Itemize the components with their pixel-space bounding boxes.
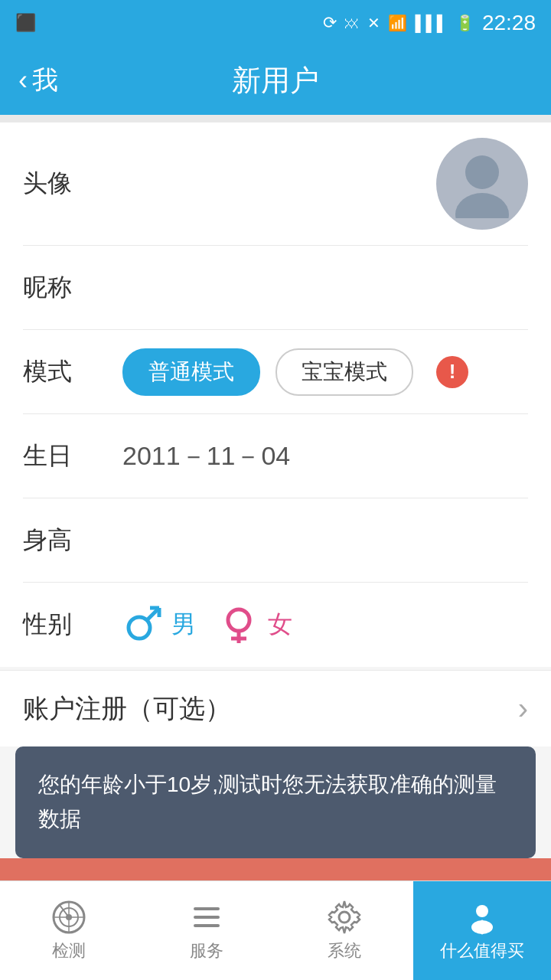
- avatar-label: 头像: [23, 167, 122, 201]
- battery-icon: 🔋: [455, 14, 474, 32]
- account-label: 账户注册（可选）: [23, 691, 518, 727]
- back-arrow-icon: ‹: [18, 67, 28, 94]
- status-bar-right: ⟳ ⯵ ✕ 📶 ▌▌▌ 🔋 22:28: [323, 11, 536, 35]
- avatar-row: 头像: [23, 122, 528, 246]
- mode-normal-button[interactable]: 普通模式: [122, 348, 260, 396]
- cell-signal-icon: ▌▌▌: [415, 15, 448, 32]
- gender-male-option[interactable]: 男: [122, 605, 196, 645]
- chevron-right-icon: ›: [518, 691, 528, 726]
- refresh-icon: ⟳: [323, 13, 337, 33]
- status-bar-left: ⬛: [15, 13, 36, 33]
- list-icon: [189, 900, 224, 935]
- info-icon[interactable]: !: [436, 356, 468, 388]
- gender-female-option[interactable]: 女: [219, 605, 292, 645]
- gender-container: 男 女: [122, 605, 292, 645]
- birthday-value[interactable]: 2011－11－04: [122, 439, 528, 474]
- tab-bar: 检测 服务 系统 什么值得买: [0, 880, 551, 980]
- nav-title: 新用户: [232, 61, 319, 100]
- mode-container: 普通模式 宝宝模式 !: [122, 348, 468, 396]
- form-section: 头像 昵称 模式: [0, 122, 551, 667]
- tooltip-message: 您的年龄小于10岁,测试时您无法获取准确的测量数据: [38, 773, 497, 831]
- birthday-label: 生日: [23, 439, 122, 473]
- svg-point-0: [465, 155, 499, 189]
- svg-point-17: [339, 912, 350, 923]
- nickname-row: 昵称: [23, 246, 528, 330]
- avatar-circle[interactable]: [436, 138, 528, 230]
- tooltip-box: 您的年龄小于10岁,测试时您无法获取准确的测量数据: [15, 746, 536, 858]
- back-label: 我: [32, 63, 58, 98]
- height-row: 身高: [23, 498, 528, 583]
- radar-icon: [51, 900, 86, 935]
- mode-row: 模式 普通模式 宝宝模式 !: [23, 330, 528, 414]
- female-label: 女: [268, 608, 292, 642]
- tab-deals[interactable]: 什么值得买: [413, 881, 551, 980]
- page-wrapper: ⬛ ⟳ ⯵ ✕ 📶 ▌▌▌ 🔋 22:28 ‹ 我 新用户 头像: [0, 0, 551, 980]
- avatar-container[interactable]: [122, 138, 528, 230]
- gender-value: 男 女: [122, 605, 528, 645]
- tab-detect[interactable]: 检测: [0, 881, 138, 980]
- male-symbol-icon: [122, 605, 162, 645]
- birthday-text: 2011－11－04: [122, 439, 290, 474]
- tab-service[interactable]: 服务: [138, 881, 276, 980]
- tab-service-label: 服务: [190, 939, 223, 962]
- time-display: 22:28: [482, 11, 536, 35]
- svg-point-2: [129, 617, 150, 639]
- svg-point-1: [455, 193, 509, 218]
- birthday-row: 生日 2011－11－04: [23, 414, 528, 498]
- gender-row: 性别 男: [23, 583, 528, 667]
- female-symbol-icon: [219, 605, 259, 645]
- wifi-icon: 📶: [388, 14, 407, 32]
- height-label: 身高: [23, 524, 122, 557]
- tab-detect-label: 检测: [52, 939, 86, 962]
- svg-rect-15: [194, 916, 220, 919]
- tab-deals-label: 什么值得买: [440, 939, 524, 962]
- mode-value: 普通模式 宝宝模式 !: [122, 348, 528, 396]
- nav-divider: [0, 115, 551, 122]
- nickname-input[interactable]: [122, 273, 528, 302]
- avatar-icon: [452, 149, 513, 218]
- male-label: 男: [171, 608, 196, 642]
- account-registration-row[interactable]: 账户注册（可选） ›: [0, 670, 551, 746]
- svg-point-6: [228, 609, 249, 631]
- photo-icon: ⬛: [15, 13, 36, 33]
- bluetooth-icon: ⯵: [344, 15, 360, 32]
- svg-rect-14: [194, 907, 220, 910]
- user-arrow-icon: [465, 900, 500, 935]
- signal-icon: ✕: [367, 14, 380, 32]
- status-bar: ⬛ ⟳ ⯵ ✕ 📶 ▌▌▌ 🔋 22:28: [0, 0, 551, 46]
- mode-label: 模式: [23, 355, 122, 389]
- tab-system[interactable]: 系统: [276, 881, 413, 980]
- mode-baby-button[interactable]: 宝宝模式: [276, 348, 413, 396]
- svg-point-18: [476, 905, 488, 917]
- content-area: 头像 昵称 模式: [0, 122, 551, 980]
- height-value[interactable]: [122, 526, 528, 554]
- nickname-value[interactable]: [122, 273, 528, 302]
- height-input[interactable]: [122, 526, 528, 554]
- nav-bar: ‹ 我 新用户: [0, 46, 551, 115]
- nickname-label: 昵称: [23, 271, 122, 305]
- gender-label: 性别: [23, 608, 122, 642]
- svg-rect-16: [194, 924, 220, 927]
- tab-system-label: 系统: [328, 939, 361, 962]
- nav-back-button[interactable]: ‹ 我: [18, 63, 58, 98]
- gear-icon: [327, 900, 362, 935]
